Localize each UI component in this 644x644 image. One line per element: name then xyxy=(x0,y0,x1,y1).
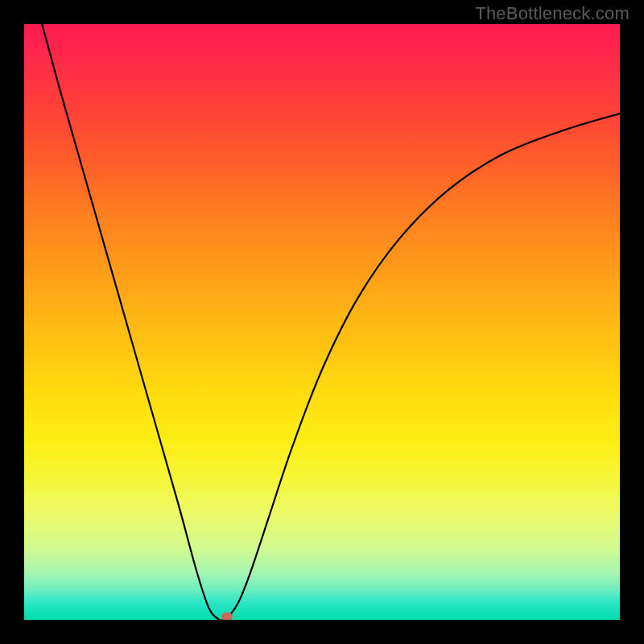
minimum-marker xyxy=(221,613,233,620)
plot-area xyxy=(24,24,620,620)
watermark-text: TheBottleneck.com xyxy=(475,3,630,24)
bottleneck-curve xyxy=(24,24,620,620)
